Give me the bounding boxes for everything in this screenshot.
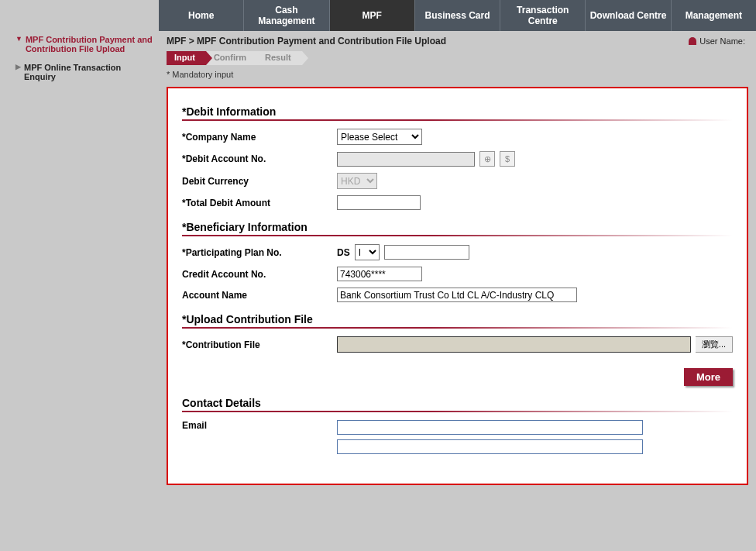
breadcrumb-sep: >	[189, 36, 194, 46]
label-credit-account: Credit Account No.	[182, 269, 337, 280]
select-plan-code[interactable]: I	[355, 244, 380, 260]
browse-button[interactable]: 瀏覽...	[696, 336, 733, 353]
section-rule	[182, 327, 733, 329]
nav-management[interactable]: Management	[672, 0, 756, 31]
label-company-name: *Company Name	[182, 132, 337, 143]
section-title-debit: *Debit Information	[182, 105, 733, 118]
label-total-amount: *Total Debit Amount	[182, 198, 337, 208]
nav-business-card[interactable]: Business Card	[415, 0, 500, 31]
label-debit-account: *Debit Account No.	[182, 153, 337, 164]
section-title-upload: *Upload Contribution File	[182, 313, 733, 325]
nav-mpf[interactable]: MPF	[330, 0, 415, 31]
sidebar: ▼ MPF Contribution Payment and Contribut…	[15, 33, 155, 84]
label-email: Email	[182, 420, 337, 431]
step-input: Input	[167, 51, 206, 65]
triangle-down-icon: ▼	[15, 35, 22, 43]
breadcrumb: MPF > MPF Contribution Payment and Contr…	[159, 31, 756, 48]
sidebar-item-contribution-upload[interactable]: ▼ MPF Contribution Payment and Contribut…	[15, 33, 155, 56]
section-title-contact: Contact Details	[182, 397, 733, 409]
step-result: Result	[257, 51, 302, 65]
user-name-label: User Name:	[699, 36, 745, 46]
plan-prefix: DS	[337, 247, 350, 258]
input-credit-account	[337, 267, 422, 281]
label-account-name: Account Name	[182, 290, 337, 301]
label-contribution-file: *Contribution File	[182, 339, 337, 350]
input-account-name	[337, 288, 577, 302]
breadcrumb-root: MPF	[167, 36, 186, 46]
dollar-icon[interactable]: $	[500, 151, 515, 167]
section-rule	[182, 119, 733, 121]
input-plan-no[interactable]	[384, 245, 469, 260]
select-debit-currency: HKD	[337, 173, 377, 189]
label-debit-currency: Debit Currency	[182, 176, 337, 187]
top-nav: Home Cash Management MPF Business Card T…	[159, 0, 756, 31]
input-email-2[interactable]	[337, 439, 643, 454]
input-email-1[interactable]	[337, 420, 643, 435]
lookup-account-icon[interactable]: ⊕	[479, 151, 495, 167]
file-path-display	[337, 336, 691, 353]
breadcrumb-current: MPF Contribution Payment and Contributio…	[197, 36, 446, 46]
nav-download-centre[interactable]: Download Centre	[586, 0, 671, 31]
label-plan-no: *Participating Plan No.	[182, 247, 337, 258]
more-button[interactable]: More	[684, 368, 733, 386]
nav-transaction-centre[interactable]: Transaction Centre	[500, 0, 586, 31]
section-rule	[182, 235, 733, 236]
section-rule	[182, 411, 733, 412]
nav-home[interactable]: Home	[159, 0, 244, 31]
triangle-right-icon: ▶	[15, 63, 21, 71]
nav-cash-management[interactable]: Cash Management	[244, 0, 329, 31]
select-company-name[interactable]: Please Select	[337, 129, 422, 145]
input-total-amount[interactable]	[337, 195, 421, 210]
sidebar-item-label: MPF Online Transaction Enquiry	[24, 63, 155, 81]
section-title-beneficiary: *Beneficiary Information	[182, 221, 733, 233]
input-debit-account[interactable]	[337, 152, 475, 167]
step-indicator: Input Confirm Result	[167, 51, 748, 65]
mandatory-note: * Mandatory input	[159, 68, 756, 84]
user-name-display: User Name:	[689, 36, 748, 46]
form-container: *Debit Information *Company Name Please …	[167, 87, 748, 485]
user-icon	[689, 37, 696, 45]
sidebar-item-transaction-enquiry[interactable]: ▶ MPF Online Transaction Enquiry	[15, 60, 155, 84]
step-confirm: Confirm	[206, 51, 257, 65]
sidebar-item-label: MPF Contribution Payment and Contributio…	[26, 35, 155, 53]
